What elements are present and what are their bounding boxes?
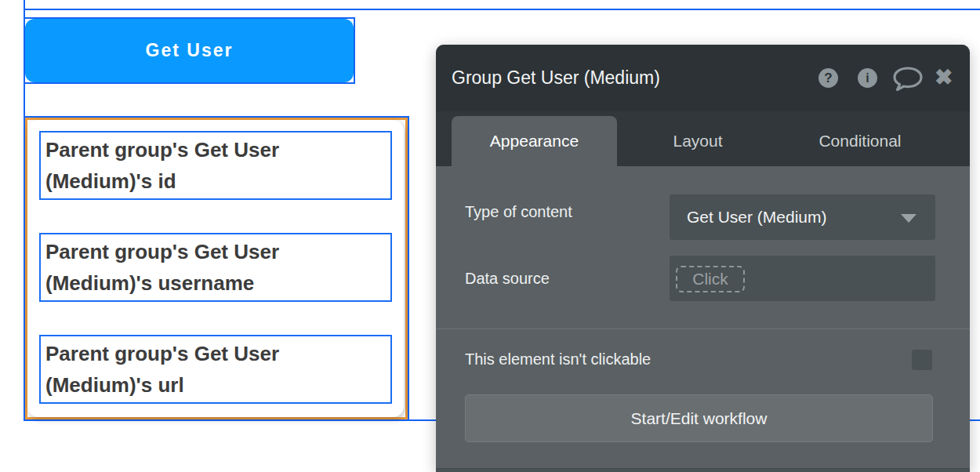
data-source-click-chip[interactable]: Click <box>676 266 745 292</box>
text-element-url[interactable]: Parent group's Get User (Medium)'s url <box>39 335 392 404</box>
section-divider <box>436 329 970 329</box>
page-boundary-top <box>24 9 980 10</box>
panel-tabbar: Appearance Layout Conditional <box>436 111 970 166</box>
text-element-username[interactable]: Parent group's Get User (Medium)'s usern… <box>39 233 392 302</box>
panel-title: Group Get User (Medium) <box>452 45 660 111</box>
panel-next-section-edge <box>436 468 970 472</box>
get-user-button[interactable]: Get User <box>25 19 354 82</box>
start-edit-workflow-button[interactable]: Start/Edit workflow <box>465 394 933 442</box>
property-editor-panel: Group Get User (Medium) ? i ✖ Appearance… <box>436 45 970 472</box>
tab-appearance[interactable]: Appearance <box>452 116 617 166</box>
panel-header: Group Get User (Medium) ? i ✖ <box>436 45 970 111</box>
chevron-down-icon <box>901 214 916 223</box>
type-of-content-dropdown[interactable]: Get User (Medium) <box>670 194 935 240</box>
comment-icon[interactable] <box>892 66 924 96</box>
clickable-checkbox[interactable] <box>912 350 932 370</box>
data-source-label: Data source <box>465 270 550 288</box>
text-element-id[interactable]: Parent group's Get User (Medium)'s id <box>39 131 392 200</box>
type-of-content-value: Get User (Medium) <box>687 208 827 227</box>
panel-body: Type of content Get User (Medium) Data s… <box>436 166 970 472</box>
info-icon[interactable]: i <box>858 68 877 88</box>
type-of-content-label: Type of content <box>465 203 572 221</box>
close-icon[interactable]: ✖ <box>935 64 953 91</box>
tab-layout[interactable]: Layout <box>617 116 779 166</box>
data-source-field[interactable]: Click <box>670 256 935 301</box>
tab-conditional[interactable]: Conditional <box>779 116 942 166</box>
clickable-label: This element isn't clickable <box>465 350 651 369</box>
help-icon[interactable]: ? <box>818 68 838 88</box>
